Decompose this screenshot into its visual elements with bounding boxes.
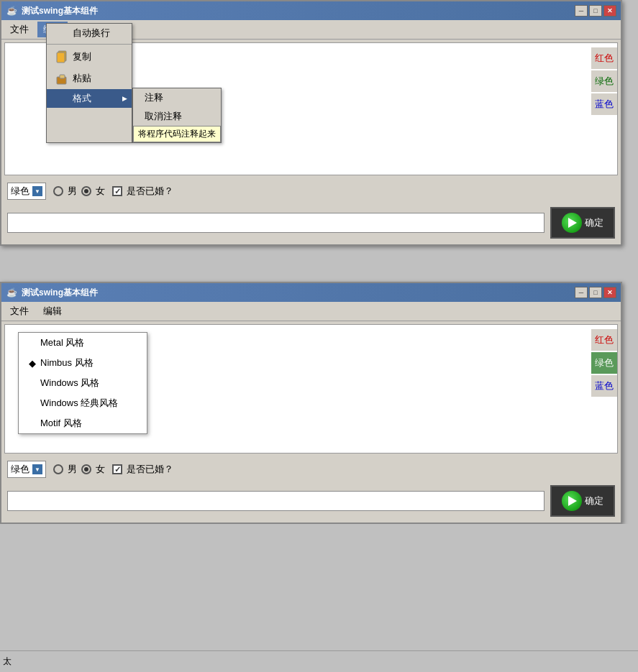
radio-female-1[interactable] [81,186,91,196]
play-triangle-1 [568,218,577,228]
radio-female-label-2: 女 [96,463,105,476]
edit-dropdown-1: 自动换行 复制 [46,23,132,143]
window2-title: 测试swing基本组件 [22,287,575,299]
play-triangle-2 [568,496,577,506]
metal-label: Metal 风格 [40,336,84,349]
red-button-2[interactable]: 红色 [591,329,617,351]
edit-menu-overlay-1: 自动换行 复制 [46,23,222,143]
play-icon-1 [562,213,582,233]
side-panel-2: 红色 绿色 蓝色 [590,325,617,401]
auto-wrap-item[interactable]: 自动换行 [47,24,132,42]
text-input-2[interactable] [7,491,544,511]
windows-classic-label: Windows 经典风格 [40,397,118,410]
radio-male-label-2: 男 [68,463,77,476]
minimize-button-2[interactable]: ─ [575,287,588,298]
uncomment-item[interactable]: 取消注释 [133,107,221,126]
text-input-1[interactable] [7,213,544,233]
blue-button-2[interactable]: 蓝色 [591,375,617,397]
color-dropdown-2[interactable]: 绿色 ▼ [7,461,46,478]
title-bar-1: ☕ 测试swing基本组件 ─ □ ✕ [1,1,621,20]
window2: ☕ 测试swing基本组件 ─ □ ✕ 文件 编辑 Metal 风格 [0,282,622,524]
text-panel-2[interactable]: Metal 风格 ◆ Nimbus 风格 Windows 风格 Wi [4,324,618,454]
style-popup: Metal 风格 ◆ Nimbus 风格 Windows 风格 Wi [18,332,147,434]
svg-rect-1 [57,52,65,63]
window2-wrapper: ☕ 测试swing基本组件 ─ □ ✕ 文件 编辑 Metal 风格 [0,282,638,524]
maximize-button-1[interactable]: □ [589,5,602,17]
svg-rect-3 [60,75,65,78]
radio-female-label-1: 女 [96,185,105,198]
window2-main: Metal 风格 ◆ Nimbus 风格 Windows 风格 Wi [1,321,621,523]
dropdown-arrow-2[interactable]: ▼ [32,464,42,474]
controls-row-2: 绿色 ▼ 男 女 ✓ 是否已婚？ [1,456,621,482]
dropdown-arrow-1[interactable]: ▼ [32,186,42,196]
checkbox-label-2: 是否已婚？ [127,463,173,476]
tooltip-container: 将程序代码注释起来 [133,126,221,142]
windows-classic-option[interactable]: Windows 经典风格 [19,393,147,413]
title-bar-2: ☕ 测试swing基本组件 ─ □ ✕ [1,283,621,302]
checkbox-married-2[interactable]: ✓ [112,464,122,474]
nimbus-label: Nimbus 风格 [40,356,94,369]
menu-divider-1 [47,44,132,45]
motif-label: Motif 风格 [40,417,82,430]
comment-tooltip: 将程序代码注释起来 [133,126,221,142]
checkbox-group-2: ✓ 是否已婚？ [112,463,173,476]
confirm-label-2: 确定 [585,494,603,507]
metal-option[interactable]: Metal 风格 [19,333,147,353]
input-row-2: 确定 [1,482,621,523]
close-button-2[interactable]: ✕ [603,287,616,298]
input-row-1: 确定 [1,204,621,244]
menu-file-1[interactable]: 文件 [4,22,35,37]
menu-bar-2: 文件 编辑 [1,302,621,321]
checkbox-married-1[interactable]: ✓ [112,186,122,196]
play-icon-2 [562,491,582,511]
windows-option[interactable]: Windows 风格 [19,373,147,393]
menu-file-2[interactable]: 文件 [4,303,35,319]
checkbox-label-1: 是否已婚？ [127,185,173,198]
window1-controls: ─ □ ✕ [575,5,616,17]
close-button-1[interactable]: ✕ [603,5,616,17]
paste-icon [54,70,70,86]
app-icon-2: ☕ [6,287,17,298]
app-icon-1: ☕ [6,5,17,17]
dropdown-value-2: 绿色 [11,463,29,476]
controls-row-1: 绿色 ▼ 男 女 ✓ 是否已婚？ [1,178,621,204]
color-dropdown-1[interactable]: 绿色 ▼ [7,183,46,200]
window1: ☕ 测试swing基本组件 ─ □ ✕ 文件 编辑 红色 绿色 蓝色 绿色 ▼ [0,0,622,246]
paste-item[interactable]: 粘贴 [47,68,132,89]
window1-title: 测试swing基本组件 [22,5,575,17]
green-button-1[interactable]: 绿色 [591,70,617,92]
confirm-button-2[interactable]: 确定 [550,485,615,517]
copy-item[interactable]: 复制 [47,46,132,68]
radio-female-2[interactable] [81,464,91,474]
confirm-label-1: 确定 [585,216,603,229]
maximize-button-2[interactable]: □ [589,287,602,298]
radio-male-1[interactable] [53,186,63,196]
green-button-2[interactable]: 绿色 [591,352,617,374]
window2-body: Metal 风格 ◆ Nimbus 风格 Windows 风格 Wi [1,321,621,523]
radio-group-2: 男 女 [53,463,105,476]
nimbus-option[interactable]: ◆ Nimbus 风格 [19,353,147,373]
comment-item[interactable]: 注释 [133,88,221,107]
blue-button-1[interactable]: 蓝色 [591,93,617,115]
window2-controls: ─ □ ✕ [575,287,616,298]
copy-icon [54,49,70,65]
radio-group-1: 男 女 [53,185,105,198]
dropdown-value-1: 绿色 [11,185,29,198]
side-panel-1: 红色 绿色 蓝色 [590,43,617,119]
radio-male-2[interactable] [53,464,63,474]
windows-label: Windows 风格 [40,377,99,390]
motif-option[interactable]: Motif 风格 [19,413,147,433]
confirm-button-1[interactable]: 确定 [550,207,615,239]
menu-edit-2[interactable]: 编辑 [37,303,68,319]
red-button-1[interactable]: 红色 [591,47,617,69]
format-item[interactable]: 格式 [47,89,132,108]
radio-male-label-1: 男 [68,185,77,198]
checkbox-group-1: ✓ 是否已婚？ [112,185,173,198]
minimize-button-1[interactable]: ─ [575,5,588,17]
nimbus-bullet: ◆ [29,358,36,369]
format-submenu: 注释 取消注释 将程序代码注释起来 [132,88,222,143]
